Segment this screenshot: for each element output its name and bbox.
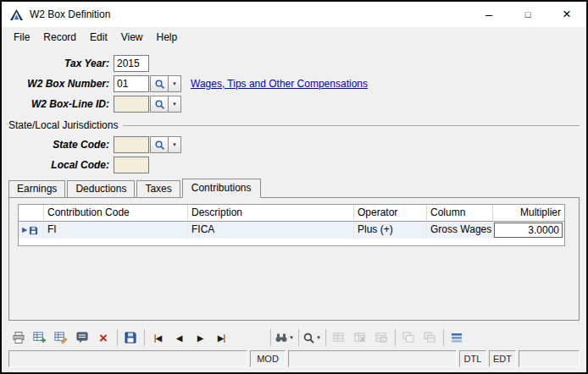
- delete-icon: ×: [99, 331, 108, 345]
- grid-row[interactable]: ▶ FI FICA Plus (+) Gross Wages 3.0000: [19, 222, 564, 239]
- update-record-button[interactable]: [52, 328, 70, 347]
- toolbar-separator: [325, 329, 326, 346]
- statusbar: MOD DTL EDT: [8, 350, 580, 367]
- chevron-down-icon: ▼: [289, 335, 294, 340]
- maximize-button[interactable]: □: [508, 2, 547, 27]
- first-record-icon: |◀: [154, 333, 161, 343]
- chevron-down-icon: ▼: [172, 102, 177, 107]
- magnifier-icon: [154, 99, 165, 110]
- chevron-down-icon: ▼: [172, 81, 177, 86]
- box-description-link[interactable]: Wages, Tips and Other Compensations: [191, 78, 368, 90]
- print-button[interactable]: [9, 328, 28, 347]
- tab-contributions[interactable]: Contributions: [182, 179, 261, 198]
- col-operator[interactable]: Operator: [354, 205, 427, 222]
- tab-deductions[interactable]: Deductions: [67, 180, 135, 198]
- selector-column-header: [19, 205, 44, 222]
- toolbar: × |◀ ◀ ▶ ▶|: [2, 325, 586, 350]
- menu-record[interactable]: Record: [36, 29, 83, 46]
- col-column[interactable]: Column: [427, 205, 493, 222]
- minimize-button[interactable]: –: [469, 2, 508, 27]
- menu-view[interactable]: View: [114, 29, 150, 46]
- tab-strip: Earnings Deductions Taxes Contributions: [8, 179, 586, 197]
- magnifier-icon: [154, 79, 165, 90]
- print-icon: [12, 331, 25, 344]
- box-line-id-input[interactable]: [114, 96, 149, 113]
- first-record-button[interactable]: |◀: [148, 328, 167, 347]
- tab-taxes[interactable]: Taxes: [136, 180, 180, 198]
- menu-edit[interactable]: Edit: [83, 29, 114, 46]
- statusbar-message-panel: [8, 350, 247, 367]
- grid-remove-icon: [353, 331, 367, 344]
- grid-button[interactable]: [330, 328, 348, 347]
- state-code-dropdown-button[interactable]: ▼: [169, 136, 181, 153]
- magnifier-zoom-icon: [302, 332, 315, 344]
- tax-year-input[interactable]: [114, 55, 149, 72]
- local-code-input[interactable]: [114, 157, 149, 173]
- multiplier-input[interactable]: 3.0000: [494, 223, 563, 238]
- window-copy-button[interactable]: [420, 328, 439, 347]
- titlebar[interactable]: W2 Box Definition – □ ×: [2, 2, 586, 27]
- box-number-lookup-button[interactable]: [150, 75, 169, 92]
- memo-icon: [75, 331, 89, 344]
- window-link-icon: [402, 331, 415, 344]
- box-line-id-label: W2 Box-Line ID:: [2, 98, 114, 110]
- insert-record-button[interactable]: [31, 328, 49, 347]
- cell-description[interactable]: FICA: [188, 222, 354, 239]
- box-number-input[interactable]: [114, 75, 149, 92]
- jurisdictions-group-header: State/Local Jurisdictions: [8, 119, 580, 131]
- window-controls: – □ ×: [469, 2, 586, 27]
- state-code-input[interactable]: [114, 136, 149, 153]
- menubar: File Record Edit View Help: [2, 27, 586, 47]
- dtl-indicator: DTL: [459, 350, 486, 367]
- grid-remove-button[interactable]: [351, 328, 369, 347]
- mode-indicator: MOD: [250, 350, 286, 367]
- save-button[interactable]: [121, 328, 140, 347]
- box-line-id-dropdown-button[interactable]: ▼: [169, 96, 181, 113]
- current-record-icon: ▶: [22, 227, 27, 234]
- col-description[interactable]: Description: [188, 205, 354, 222]
- box-number-dropdown-button[interactable]: ▼: [169, 75, 181, 92]
- state-code-label: State Code:: [2, 139, 114, 151]
- detail-button[interactable]: [447, 328, 466, 347]
- delete-record-button[interactable]: ×: [94, 328, 113, 347]
- cell-column[interactable]: Gross Wages: [427, 222, 493, 239]
- col-multiplier[interactable]: Multiplier: [493, 205, 564, 222]
- save-icon: [124, 331, 137, 344]
- prev-record-button[interactable]: ◀: [169, 328, 188, 347]
- window-link-button[interactable]: [399, 328, 418, 347]
- grid-icon: [332, 331, 346, 344]
- last-record-button[interactable]: ▶|: [212, 328, 230, 347]
- magnifier-icon: [154, 140, 165, 151]
- prev-record-icon: ◀: [176, 333, 182, 343]
- find-button[interactable]: ▼: [275, 328, 294, 347]
- toolbar-separator: [144, 329, 145, 346]
- next-record-button[interactable]: ▶: [191, 328, 209, 347]
- edt-indicator: EDT: [489, 350, 516, 367]
- box-line-id-lookup-button[interactable]: [150, 96, 169, 113]
- cell-operator[interactable]: Plus (+): [354, 222, 427, 239]
- close-button[interactable]: ×: [547, 2, 586, 27]
- cell-multiplier: 3.0000: [493, 222, 564, 239]
- chevron-down-icon: ▼: [316, 335, 321, 340]
- tax-year-row: Tax Year:: [2, 55, 586, 72]
- zoom-button[interactable]: ▼: [302, 328, 321, 347]
- tax-year-label: Tax Year:: [2, 58, 114, 69]
- state-code-lookup-button[interactable]: [150, 136, 169, 153]
- menu-file[interactable]: File: [7, 29, 36, 46]
- window-copy-icon: [423, 331, 436, 344]
- col-contribution-code[interactable]: Contribution Code: [44, 205, 188, 222]
- chevron-down-icon: ▼: [172, 142, 177, 147]
- next-record-icon: ▶: [197, 333, 203, 343]
- box-number-label: W2 Box Number:: [2, 78, 114, 90]
- memo-button[interactable]: [73, 328, 92, 347]
- cell-contribution-code[interactable]: FI: [44, 222, 188, 239]
- grid-empty-area: [19, 239, 564, 245]
- grid-settings-icon: [374, 331, 388, 344]
- unsaved-record-icon: [29, 226, 38, 235]
- box-number-row: W2 Box Number: ▼ Wages, Tips and Other C…: [2, 75, 586, 92]
- grid-settings-button[interactable]: [372, 328, 391, 347]
- tab-earnings[interactable]: Earnings: [8, 180, 65, 198]
- menu-help[interactable]: Help: [150, 29, 185, 46]
- row-selector[interactable]: ▶: [19, 222, 44, 239]
- group-divider: [123, 125, 580, 126]
